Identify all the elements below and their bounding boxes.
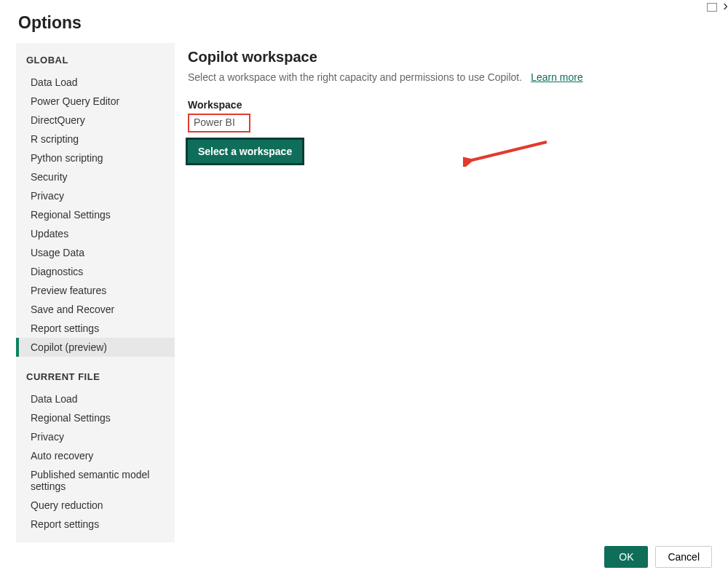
workspace-input[interactable]: Power BI bbox=[188, 114, 250, 132]
window-controls: › bbox=[707, 0, 728, 12]
sidebar-item-global-0[interactable]: Data Load bbox=[16, 73, 175, 92]
sidebar-item-cf-3[interactable]: Auto recovery bbox=[16, 446, 175, 465]
main-subtitle: Select a workspace with the right capaci… bbox=[188, 71, 522, 83]
sidebar-item-global-11[interactable]: Preview features bbox=[16, 281, 175, 300]
sidebar-item-cf-4[interactable]: Published semantic model settings bbox=[16, 465, 175, 496]
sidebar-item-global-7[interactable]: Regional Settings bbox=[16, 205, 175, 224]
workspace-label: Workspace bbox=[188, 99, 712, 114]
chevron-right-icon: › bbox=[717, 0, 728, 10]
cancel-button[interactable]: Cancel bbox=[655, 546, 712, 568]
sidebar-item-global-6[interactable]: Privacy bbox=[16, 186, 175, 205]
sidebar-section-global: GLOBAL bbox=[16, 55, 175, 73]
sidebar-item-global-1[interactable]: Power Query Editor bbox=[16, 92, 175, 111]
learn-more-link[interactable]: Learn more bbox=[531, 71, 583, 83]
sidebar-item-global-9[interactable]: Usage Data bbox=[16, 243, 175, 262]
main-panel: Copilot workspace Select a workspace wit… bbox=[175, 43, 712, 542]
dialog-footer: OK Cancel bbox=[604, 546, 712, 568]
sidebar-item-global-10[interactable]: Diagnostics bbox=[16, 262, 175, 281]
sidebar-item-cf-1[interactable]: Regional Settings bbox=[16, 408, 175, 427]
sidebar-item-cf-5[interactable]: Query reduction bbox=[16, 496, 175, 515]
sidebar-item-cf-0[interactable]: Data Load bbox=[16, 389, 175, 408]
sidebar: GLOBAL Data LoadPower Query EditorDirect… bbox=[16, 43, 175, 542]
sidebar-item-global-3[interactable]: R scripting bbox=[16, 130, 175, 149]
sidebar-item-global-2[interactable]: DirectQuery bbox=[16, 111, 175, 130]
sidebar-item-global-4[interactable]: Python scripting bbox=[16, 149, 175, 167]
sidebar-item-cf-6[interactable]: Report settings bbox=[16, 515, 175, 534]
page-title: Options bbox=[0, 0, 728, 43]
maximize-icon[interactable] bbox=[707, 3, 717, 12]
sidebar-section-current-file: CURRENT FILE bbox=[16, 357, 175, 389]
sidebar-item-global-12[interactable]: Save and Recover bbox=[16, 300, 175, 319]
sidebar-item-cf-2[interactable]: Privacy bbox=[16, 427, 175, 446]
main-heading: Copilot workspace bbox=[188, 49, 712, 71]
sidebar-item-global-13[interactable]: Report settings bbox=[16, 319, 175, 338]
select-workspace-button[interactable]: Select a workspace bbox=[188, 140, 302, 163]
ok-button[interactable]: OK bbox=[604, 546, 648, 568]
sidebar-item-global-5[interactable]: Security bbox=[16, 167, 175, 186]
sidebar-item-global-8[interactable]: Updates bbox=[16, 224, 175, 243]
sidebar-item-global-14[interactable]: Copilot (preview) bbox=[16, 338, 175, 357]
